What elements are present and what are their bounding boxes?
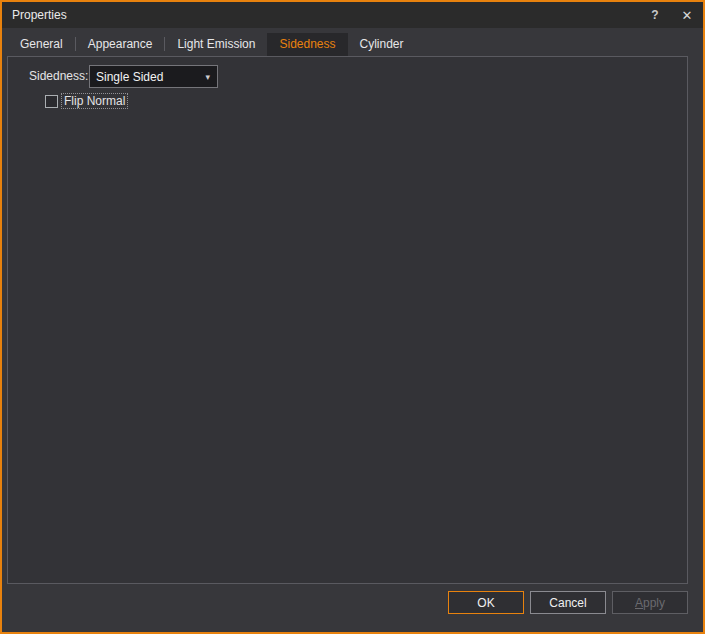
tab-cylinder[interactable]: Cylinder xyxy=(348,33,416,56)
chevron-down-icon: ▾ xyxy=(205,71,210,81)
help-icon[interactable]: ? xyxy=(639,2,671,28)
title-bar[interactable]: Properties ? ✕ xyxy=(2,2,703,28)
sidedness-dropdown-value: Single Sided xyxy=(96,70,163,84)
properties-dialog: Properties ? ✕ General Appearance Light … xyxy=(0,0,705,634)
tab-sidedness[interactable]: Sidedness xyxy=(267,33,347,56)
tab-page-sidedness: Sidedness: Single Sided ▾ Flip Normal xyxy=(7,56,688,584)
dialog-button-row: OK Cancel Apply xyxy=(448,591,688,614)
tab-light-emission[interactable]: Light Emission xyxy=(165,33,267,56)
apply-button: Apply xyxy=(612,591,688,614)
sidedness-label: Sidedness: xyxy=(29,69,88,83)
window-title: Properties xyxy=(12,8,67,22)
ok-button[interactable]: OK xyxy=(448,591,524,614)
flip-normal-checkbox[interactable] xyxy=(45,95,58,108)
apply-button-mnemonic: A xyxy=(635,596,643,610)
sidedness-dropdown[interactable]: Single Sided ▾ xyxy=(89,65,218,88)
tab-bar: General Appearance Light Emission Sidedn… xyxy=(2,28,703,56)
titlebar-buttons: ? ✕ xyxy=(639,2,703,28)
close-icon[interactable]: ✕ xyxy=(671,2,703,28)
apply-button-label-rest: pply xyxy=(643,596,665,610)
tab-appearance[interactable]: Appearance xyxy=(76,33,165,56)
flip-normal-label[interactable]: Flip Normal xyxy=(62,94,127,108)
tab-general[interactable]: General xyxy=(8,33,75,56)
flip-normal-row: Flip Normal xyxy=(45,93,127,109)
cancel-button[interactable]: Cancel xyxy=(530,591,606,614)
